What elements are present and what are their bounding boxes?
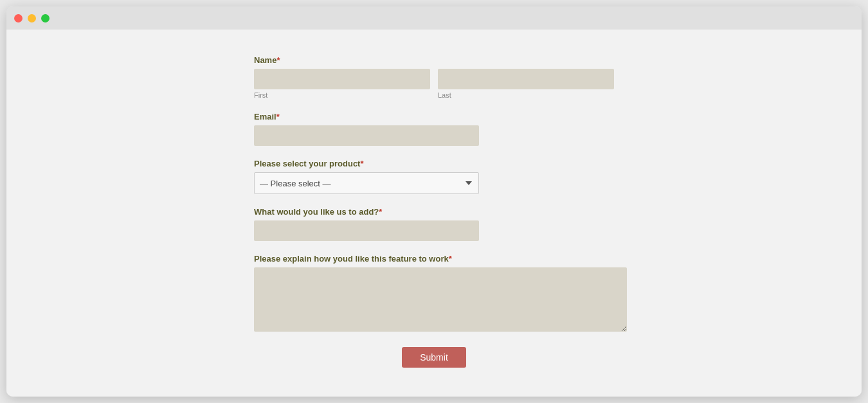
maximize-button[interactable]: [41, 14, 50, 22]
explain-group: Please explain how youd like this featur…: [254, 254, 614, 334]
submit-button[interactable]: Submit: [402, 347, 466, 368]
app-window: Name* First Last Email*: [6, 6, 862, 397]
product-select[interactable]: — Please select — Product A Product B Pr…: [254, 172, 479, 194]
name-group: Name* First Last: [254, 55, 614, 99]
first-label: First: [254, 91, 430, 99]
feature-label: What would you like us to add?*: [254, 207, 614, 217]
first-name-col: First: [254, 69, 430, 99]
close-button[interactable]: [14, 14, 23, 22]
last-name-col: Last: [438, 69, 614, 99]
title-bar: [6, 6, 862, 30]
last-label: Last: [438, 91, 614, 99]
product-group: Please select your product* — Please sel…: [254, 159, 614, 194]
explain-textarea[interactable]: [254, 267, 627, 332]
email-group: Email*: [254, 112, 614, 146]
form-container: Name* First Last Email*: [235, 42, 633, 387]
window-content: Name* First Last Email*: [6, 30, 862, 397]
last-name-input[interactable]: [438, 69, 614, 89]
first-name-input[interactable]: [254, 69, 430, 89]
name-row: First Last: [254, 69, 614, 99]
name-label: Name*: [254, 55, 614, 65]
email-input[interactable]: [254, 125, 479, 146]
feature-input[interactable]: [254, 220, 479, 241]
product-label: Please select your product*: [254, 159, 614, 168]
feature-group: What would you like us to add?*: [254, 207, 614, 241]
minimize-button[interactable]: [28, 14, 36, 22]
submit-row: Submit: [254, 347, 614, 368]
explain-label: Please explain how youd like this featur…: [254, 254, 614, 264]
email-label: Email*: [254, 112, 614, 121]
